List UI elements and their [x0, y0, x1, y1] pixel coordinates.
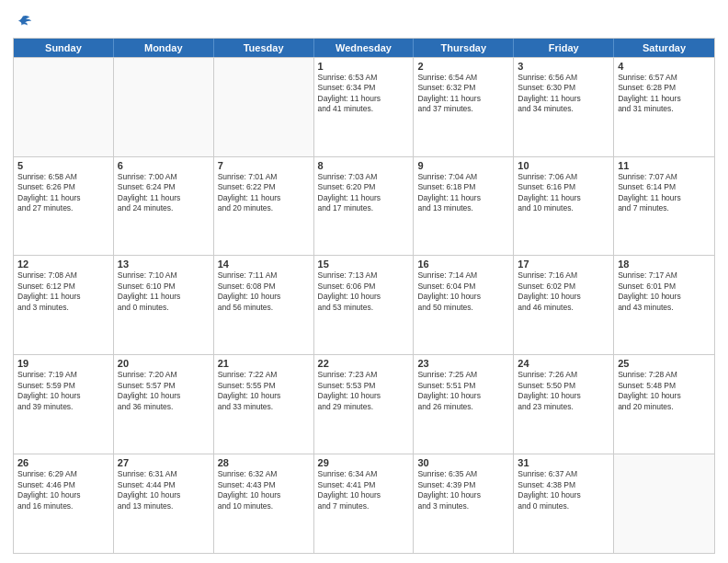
cell-day-number: 20 [118, 358, 210, 369]
cell-info: Sunrise: 6:35 AM Sunset: 4:39 PM Dayligh… [417, 469, 509, 511]
logo-bird-icon [15, 13, 31, 29]
calendar-cell: 17Sunrise: 7:16 AM Sunset: 6:02 PM Dayli… [514, 256, 614, 354]
cell-info: Sunrise: 7:22 AM Sunset: 5:55 PM Dayligh… [218, 370, 310, 412]
calendar-cell: 4Sunrise: 6:57 AM Sunset: 6:28 PM Daylig… [614, 58, 714, 156]
cell-day-number: 9 [417, 160, 509, 171]
cell-info: Sunrise: 7:13 AM Sunset: 6:06 PM Dayligh… [318, 270, 410, 313]
calendar-cell: 11Sunrise: 7:07 AM Sunset: 6:14 PM Dayli… [614, 157, 714, 256]
cell-day-number: 15 [318, 259, 410, 270]
calendar-cell: 26Sunrise: 6:29 AM Sunset: 4:46 PM Dayli… [14, 454, 114, 553]
calendar-row: 5Sunrise: 6:58 AM Sunset: 6:26 PM Daylig… [14, 156, 714, 256]
cell-day-number: 14 [218, 259, 310, 270]
cell-info: Sunrise: 7:01 AM Sunset: 6:22 PM Dayligh… [218, 172, 310, 214]
calendar-cell: 3Sunrise: 6:56 AM Sunset: 6:30 PM Daylig… [514, 58, 614, 156]
cell-day-number: 13 [118, 259, 210, 270]
cell-info: Sunrise: 7:20 AM Sunset: 5:57 PM Dayligh… [118, 370, 210, 412]
cell-info: Sunrise: 7:16 AM Sunset: 6:02 PM Dayligh… [518, 270, 609, 313]
calendar-cell: 14Sunrise: 7:11 AM Sunset: 6:08 PM Dayli… [214, 256, 314, 354]
cell-info: Sunrise: 7:03 AM Sunset: 6:20 PM Dayligh… [318, 172, 410, 214]
cell-day-number: 5 [17, 160, 109, 171]
cell-day-number: 22 [318, 358, 410, 369]
calendar-cell [614, 454, 714, 553]
cell-info: Sunrise: 6:53 AM Sunset: 6:34 PM Dayligh… [318, 73, 410, 115]
cell-info: Sunrise: 6:32 AM Sunset: 4:43 PM Dayligh… [218, 469, 310, 511]
cell-day-number: 30 [417, 457, 509, 468]
cell-day-number: 4 [618, 61, 711, 72]
calendar-cell: 28Sunrise: 6:32 AM Sunset: 4:43 PM Dayli… [214, 454, 314, 553]
calendar-cell: 12Sunrise: 7:08 AM Sunset: 6:12 PM Dayli… [14, 256, 114, 354]
weekday-header: Saturday [614, 39, 714, 57]
cell-day-number: 1 [318, 61, 410, 72]
cell-day-number: 25 [618, 358, 711, 369]
cell-day-number: 2 [417, 61, 509, 72]
calendar-row: 1Sunrise: 6:53 AM Sunset: 6:34 PM Daylig… [14, 57, 714, 156]
cell-day-number: 28 [218, 457, 310, 468]
cell-day-number: 19 [17, 358, 109, 369]
cell-info: Sunrise: 7:00 AM Sunset: 6:24 PM Dayligh… [118, 172, 210, 214]
calendar-cell: 5Sunrise: 6:58 AM Sunset: 6:26 PM Daylig… [14, 157, 114, 256]
calendar-cell: 24Sunrise: 7:26 AM Sunset: 5:50 PM Dayli… [514, 355, 614, 454]
cell-info: Sunrise: 6:31 AM Sunset: 4:44 PM Dayligh… [118, 469, 210, 511]
calendar-cell: 7Sunrise: 7:01 AM Sunset: 6:22 PM Daylig… [214, 157, 314, 256]
calendar-cell: 20Sunrise: 7:20 AM Sunset: 5:57 PM Dayli… [114, 355, 214, 454]
calendar-row: 26Sunrise: 6:29 AM Sunset: 4:46 PM Dayli… [14, 454, 714, 553]
calendar-cell: 27Sunrise: 6:31 AM Sunset: 4:44 PM Dayli… [114, 454, 214, 553]
calendar-cell: 10Sunrise: 7:06 AM Sunset: 6:16 PM Dayli… [514, 157, 614, 256]
cell-day-number: 16 [417, 259, 509, 270]
calendar-cell [114, 58, 214, 156]
cell-info: Sunrise: 7:08 AM Sunset: 6:12 PM Dayligh… [17, 270, 109, 313]
calendar-cell [214, 58, 314, 156]
logo-text [13, 13, 31, 34]
calendar-cell: 15Sunrise: 7:13 AM Sunset: 6:06 PM Dayli… [314, 256, 415, 354]
cell-day-number: 6 [118, 160, 210, 171]
cell-day-number: 24 [518, 358, 609, 369]
calendar-body: 1Sunrise: 6:53 AM Sunset: 6:34 PM Daylig… [14, 57, 714, 553]
weekday-header: Friday [514, 39, 614, 57]
cell-day-number: 27 [118, 457, 210, 468]
calendar-cell: 21Sunrise: 7:22 AM Sunset: 5:55 PM Dayli… [214, 355, 314, 454]
cell-day-number: 12 [17, 259, 109, 270]
cell-info: Sunrise: 7:07 AM Sunset: 6:14 PM Dayligh… [618, 172, 711, 214]
cell-info: Sunrise: 6:37 AM Sunset: 4:38 PM Dayligh… [518, 469, 609, 511]
calendar-cell [14, 58, 114, 156]
calendar-header-row: SundayMondayTuesdayWednesdayThursdayFrid… [14, 39, 714, 57]
cell-day-number: 17 [518, 259, 609, 270]
weekday-header: Wednesday [314, 39, 415, 57]
calendar-cell: 8Sunrise: 7:03 AM Sunset: 6:20 PM Daylig… [314, 157, 415, 256]
cell-day-number: 10 [518, 160, 609, 171]
cell-day-number: 21 [218, 358, 310, 369]
cell-info: Sunrise: 7:10 AM Sunset: 6:10 PM Dayligh… [118, 270, 210, 313]
calendar-cell: 6Sunrise: 7:00 AM Sunset: 6:24 PM Daylig… [114, 157, 214, 256]
calendar-cell: 22Sunrise: 7:23 AM Sunset: 5:53 PM Dayli… [314, 355, 415, 454]
calendar-cell: 30Sunrise: 6:35 AM Sunset: 4:39 PM Dayli… [414, 454, 514, 553]
cell-info: Sunrise: 6:34 AM Sunset: 4:41 PM Dayligh… [318, 469, 410, 511]
header [13, 9, 715, 32]
calendar: SundayMondayTuesdayWednesdayThursdayFrid… [13, 38, 715, 554]
cell-day-number: 8 [318, 160, 410, 171]
cell-info: Sunrise: 6:58 AM Sunset: 6:26 PM Dayligh… [17, 172, 109, 214]
cell-day-number: 26 [17, 457, 109, 468]
cell-info: Sunrise: 6:54 AM Sunset: 6:32 PM Dayligh… [417, 73, 509, 115]
cell-info: Sunrise: 6:29 AM Sunset: 4:46 PM Dayligh… [17, 469, 109, 511]
calendar-cell: 1Sunrise: 6:53 AM Sunset: 6:34 PM Daylig… [314, 58, 415, 156]
cell-info: Sunrise: 6:56 AM Sunset: 6:30 PM Dayligh… [518, 73, 609, 115]
weekday-header: Monday [114, 39, 214, 57]
calendar-cell: 9Sunrise: 7:04 AM Sunset: 6:18 PM Daylig… [414, 157, 514, 256]
cell-info: Sunrise: 7:25 AM Sunset: 5:51 PM Dayligh… [417, 370, 509, 412]
cell-day-number: 23 [417, 358, 509, 369]
cell-day-number: 7 [218, 160, 310, 171]
cell-day-number: 18 [618, 259, 711, 270]
calendar-cell: 18Sunrise: 7:17 AM Sunset: 6:01 PM Dayli… [614, 256, 714, 354]
calendar-cell: 2Sunrise: 6:54 AM Sunset: 6:32 PM Daylig… [414, 58, 514, 156]
cell-info: Sunrise: 7:26 AM Sunset: 5:50 PM Dayligh… [518, 370, 609, 412]
calendar-cell: 23Sunrise: 7:25 AM Sunset: 5:51 PM Dayli… [414, 355, 514, 454]
weekday-header: Tuesday [214, 39, 314, 57]
cell-day-number: 31 [518, 457, 609, 468]
page: SundayMondayTuesdayWednesdayThursdayFrid… [0, 0, 728, 563]
cell-day-number: 29 [318, 457, 410, 468]
calendar-cell: 16Sunrise: 7:14 AM Sunset: 6:04 PM Dayli… [414, 256, 514, 354]
cell-info: Sunrise: 7:14 AM Sunset: 6:04 PM Dayligh… [417, 270, 509, 313]
cell-info: Sunrise: 7:19 AM Sunset: 5:59 PM Dayligh… [17, 370, 109, 412]
cell-day-number: 11 [618, 160, 711, 171]
cell-info: Sunrise: 6:57 AM Sunset: 6:28 PM Dayligh… [618, 73, 711, 115]
